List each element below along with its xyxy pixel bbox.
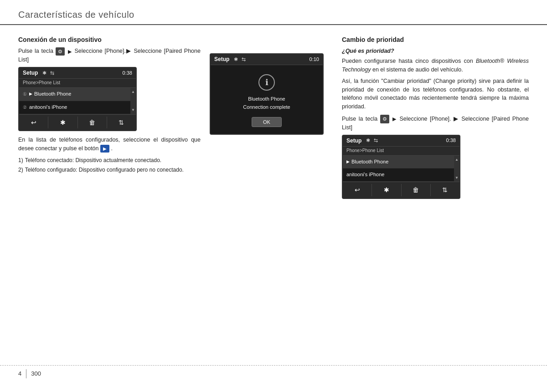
screen-1-row-1[interactable]: ① ▶ Bluetooth Phone — [19, 88, 130, 101]
note-2-text: Teléfono configurado: Dispositivo config… — [25, 166, 184, 174]
row-3-1-icon: ▶ — [346, 159, 350, 165]
connect-icon: ▶ — [103, 145, 107, 152]
row-1-play-icon: ▶ — [29, 91, 32, 97]
footer-page-sub: 300 — [31, 370, 41, 378]
page-header: Características de vehículo — [0, 0, 547, 25]
row-1-num: ① — [23, 91, 29, 98]
screen-2-time: 0:10 — [310, 56, 319, 63]
left-section-title: Conexión de un dispositivo — [18, 35, 201, 44]
bt-icon-1: ✱ — [42, 70, 46, 77]
screen-3-title: Setup — [346, 137, 361, 145]
arrow-right-3: ▶ — [392, 115, 396, 123]
gear-icon-right: ⚙ — [382, 115, 387, 123]
footer-btn-del-3[interactable]: 🗑 — [402, 184, 431, 196]
dialog-text: Bluetooth Phone Connection complete — [243, 95, 290, 111]
right-body-2: Así, la función "Cambiar prioridad" (Cha… — [342, 77, 529, 111]
screen-1-scrollbar[interactable]: ▲ ▼ — [130, 88, 136, 114]
note-1-num: 1) — [18, 157, 23, 164]
footer-btn-sort-3[interactable]: ⇅ — [431, 184, 459, 196]
dialog-line-2: Connection complete — [243, 103, 290, 112]
screen-3: Setup ✱ ⇆ 0:38 Phone>Phone List ▶ Blueto… — [342, 135, 460, 199]
scroll-up-1[interactable]: ▲ — [131, 89, 135, 95]
screen-3-icons: ✱ ⇆ — [366, 137, 378, 144]
screen-3-row-2[interactable]: anitooni's iPhone — [343, 168, 454, 182]
scroll-down-1[interactable]: ▼ — [131, 107, 135, 113]
scroll-up-3[interactable]: ▲ — [455, 157, 459, 163]
page-footer: 4 300 — [0, 365, 547, 378]
row-2-num: ② — [23, 104, 29, 111]
dialog-line-1: Bluetooth Phone — [243, 95, 290, 103]
screen-1-row-2[interactable]: ② anitooni's iPhone — [19, 101, 130, 114]
screen-1: Setup ✱ ⇆ 0:38 Phone>Phone List ① ▶ Blue… — [18, 67, 137, 131]
footer-page: 4 — [18, 370, 21, 378]
screen-2-title: Setup — [214, 56, 229, 63]
screen-1-rows: ① ▶ Bluetooth Phone ② anitooni's iPhone … — [19, 88, 136, 114]
left-instruction-1: Pulse la tecla ⚙ ▶ Seleccione [Phone].▶ … — [18, 47, 201, 64]
footer-divider — [26, 369, 26, 378]
footer-btn-bt-3[interactable]: ✱ — [372, 184, 401, 196]
screen-1-icons: ✱ ⇆ — [42, 70, 54, 77]
footer-btn-bt-1[interactable]: ✱ — [48, 117, 77, 128]
screen-3-scrollbar[interactable]: ▲ ▼ — [454, 156, 459, 182]
notes-section: 1) Teléfono conectado: Dispositivo actua… — [18, 157, 201, 174]
row-3-1-text: Bluetooth Phone — [351, 158, 450, 166]
right-body-1: Pueden configurarse hasta cinco disposit… — [342, 57, 529, 74]
page-title: Características de vehículo — [18, 8, 529, 21]
screen-1-time: 0:38 — [123, 70, 132, 77]
note-2-num: 2) — [18, 166, 23, 174]
screen-2-dialog: ℹ Bluetooth Phone Connection complete OK — [211, 65, 323, 133]
left-column: Conexión de un dispositivo Pulse la tecl… — [18, 35, 210, 204]
middle-column: Setup ✱ ⇆ 0:10 ℹ Bluetooth Phone Connect… — [210, 35, 337, 204]
screen-1-footer: ↩ ✱ 🗑 ⇅ — [19, 114, 136, 130]
arrow-right-1: ▶ — [68, 48, 72, 56]
main-content: Conexión de un dispositivo Pulse la tecl… — [0, 25, 547, 204]
bt-icon-3: ✱ — [366, 137, 370, 144]
screen-1-breadcrumb: Phone>Phone List — [19, 79, 136, 88]
screen-3-header: Setup ✱ ⇆ 0:38 — [343, 136, 459, 147]
row-2-text: anitooni's iPhone — [29, 104, 127, 111]
screen-3-time: 0:38 — [446, 137, 456, 144]
info-symbol: ℹ — [265, 76, 268, 88]
right-section-title: Cambio de prioridad — [342, 35, 529, 44]
screen-2-icons: ✱ ⇆ — [234, 56, 246, 63]
screen-2-header: Setup ✱ ⇆ 0:10 — [211, 54, 323, 65]
footer-btn-back-1[interactable]: ↩ — [19, 117, 48, 128]
gear-button-right[interactable]: ⚙ — [380, 115, 389, 123]
screen-1-header: Setup ✱ ⇆ 0:38 — [19, 68, 136, 79]
dialog-ok-button[interactable]: OK — [252, 117, 282, 127]
right-instruction-3: Pulse la tecla ⚙ ▶ Seleccione [Phone]. ▶… — [342, 115, 529, 132]
screen-3-footer: ↩ ✱ 🗑 ⇅ — [343, 182, 459, 198]
right-subtitle: ¿Qué es prioridad? — [342, 47, 529, 55]
note-2: 2) Teléfono configurado: Dispositivo con… — [18, 166, 201, 174]
row-3-2-text: anitooni's iPhone — [346, 171, 450, 178]
gear-button-left[interactable]: ⚙ — [56, 47, 65, 56]
footer-btn-back-3[interactable]: ↩ — [343, 184, 372, 196]
screen-3-rows: ▶ Bluetooth Phone anitooni's iPhone ▲ ▼ — [343, 156, 459, 182]
note-1: 1) Teléfono conectado: Dispositivo actua… — [18, 157, 201, 164]
footer-btn-del-1[interactable]: 🗑 — [78, 117, 107, 128]
connect-button[interactable]: ▶ — [100, 145, 109, 153]
left-instruction-2: En la lista de teléfonos configurados, s… — [18, 136, 201, 153]
signal-icon-2: ⇆ — [242, 56, 246, 63]
footer-btn-sort-1[interactable]: ⇅ — [107, 117, 136, 128]
screen-3-breadcrumb: Phone>Phone List — [343, 147, 459, 156]
bt-icon-2: ✱ — [234, 56, 238, 63]
right-column: Cambio de prioridad ¿Qué es prioridad? P… — [337, 35, 529, 204]
screen-3-row-1[interactable]: ▶ Bluetooth Phone — [343, 156, 454, 169]
screen-2: Setup ✱ ⇆ 0:10 ℹ Bluetooth Phone Connect… — [210, 53, 324, 135]
signal-icon-1: ⇆ — [50, 70, 54, 77]
row-1-text: Bluetooth Phone — [34, 91, 127, 98]
screen-1-title: Setup — [23, 69, 38, 77]
info-icon: ℹ — [258, 74, 275, 91]
signal-icon-3: ⇆ — [374, 137, 378, 144]
gear-icon-left: ⚙ — [58, 48, 62, 56]
scroll-down-3[interactable]: ▼ — [455, 175, 459, 181]
note-1-text: Teléfono conectado: Dispositivo actualme… — [25, 157, 162, 164]
